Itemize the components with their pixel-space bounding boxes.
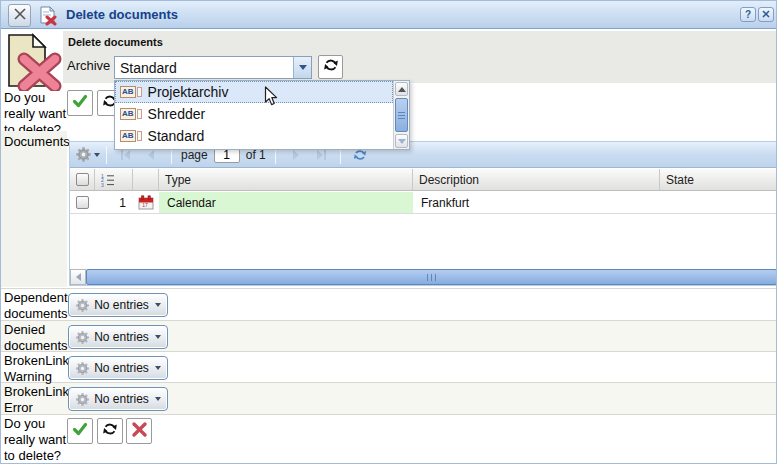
dependent-documents-button[interactable]: No entries (68, 293, 168, 317)
close-icon (762, 9, 770, 20)
archive-label: Archive (67, 58, 110, 73)
gear-icon (75, 298, 90, 313)
archive-dropdown-list: AB Projektarchiv AB Shredder AB Standard (114, 80, 410, 150)
archive-type-icon: AB (120, 108, 142, 120)
section-title: Delete documents (68, 36, 163, 48)
brokenlink-warning-button[interactable]: No entries (68, 356, 168, 380)
documents-grid: page of 1 (69, 141, 777, 286)
denied-documents-button[interactable]: No entries (68, 325, 168, 349)
row-separator (1, 288, 777, 289)
row-checkbox[interactable] (76, 196, 89, 209)
scroll-left-button[interactable] (70, 269, 86, 285)
gear-icon (75, 361, 90, 376)
dependent-documents-label: Dependentdocuments (4, 290, 68, 322)
row-separator (1, 414, 777, 415)
delete-document-icon (38, 6, 58, 30)
delete-documents-big-icon (5, 33, 63, 95)
row-separator (1, 351, 777, 352)
confirm-bottom-no-button[interactable] (126, 418, 152, 444)
svg-text:17: 17 (142, 202, 148, 208)
red-x-icon (131, 421, 148, 442)
titlebar-close-button[interactable] (8, 4, 31, 27)
grid-header-row: 1 2 3 Type Description State (70, 169, 777, 191)
grid-settings-button[interactable] (75, 146, 100, 163)
row-number-cell: 1 (95, 192, 133, 213)
row-icon-cell: 17 (133, 192, 159, 213)
calendar-icon: 17 (138, 195, 154, 210)
row-type-cell: Calendar (159, 192, 413, 213)
chevron-down-icon (155, 335, 161, 339)
chevron-up-icon (398, 87, 406, 92)
chevron-down-icon (155, 397, 161, 401)
row-description-cell: Frankfurt (413, 192, 660, 213)
delete-documents-dialog: Delete documents ? Delete documents Arch… (0, 0, 777, 464)
help-icon: ? (745, 9, 751, 20)
svg-text:3: 3 (101, 181, 104, 187)
state-column-header[interactable]: State (660, 169, 777, 190)
chevron-down-icon (94, 153, 100, 157)
select-all-checkbox[interactable] (76, 173, 89, 186)
scroll-up-button[interactable] (395, 82, 408, 96)
dropdown-scrollbar[interactable] (393, 81, 409, 149)
description-column-header[interactable]: Description (413, 169, 660, 190)
row-state-cell (660, 192, 777, 213)
row-checkbox-cell[interactable] (70, 192, 95, 213)
select-all-header-cell[interactable] (70, 169, 95, 190)
icon-header-cell (133, 169, 159, 190)
chevron-down-icon (155, 366, 161, 370)
horizontal-scrollbar-thumb[interactable] (86, 269, 777, 285)
confirm-top-yes-button[interactable] (67, 90, 93, 116)
chevron-down-icon (155, 303, 161, 307)
row-separator (1, 320, 777, 321)
check-icon (71, 420, 89, 442)
dropdown-scrollbar-thumb[interactable] (395, 98, 408, 132)
type-column-header[interactable]: Type (159, 169, 413, 190)
gear-icon (75, 146, 92, 163)
archive-type-icon: AB (120, 86, 142, 98)
toolbar-separator (106, 146, 107, 164)
chevron-down-icon (299, 65, 307, 70)
rownumber-header-cell: 1 2 3 (95, 169, 133, 190)
gear-icon (75, 330, 90, 345)
dialog-close-button[interactable] (758, 7, 774, 22)
documents-label: Documents (4, 134, 68, 150)
chevron-down-icon (398, 139, 406, 144)
archive-combobox-trigger[interactable] (293, 57, 311, 78)
brokenlink-warning-label: BrokenLinkWarning (4, 353, 68, 385)
numbered-list-icon: 1 2 3 (101, 173, 115, 187)
row-separator (1, 382, 777, 383)
documents-row-bg (1, 131, 67, 287)
grid-horizontal-scrollbar[interactable] (70, 269, 777, 285)
denied-documents-label: Denieddocuments (4, 322, 68, 354)
gear-icon (75, 392, 90, 407)
confirm-bottom-yes-button[interactable] (67, 418, 93, 444)
help-button[interactable]: ? (740, 7, 756, 22)
dropdown-item-standard[interactable]: AB Standard (115, 125, 393, 147)
close-icon (13, 7, 27, 25)
chevron-left-icon (76, 273, 81, 281)
archive-type-icon: AB (120, 130, 142, 142)
dropdown-item-shredder[interactable]: AB Shredder (115, 103, 393, 125)
refresh-icon (101, 420, 119, 442)
check-icon (71, 92, 89, 114)
archive-combobox[interactable]: Standard (114, 56, 312, 79)
brokenlink-error-label: BrokenLinkError (4, 384, 68, 416)
dialog-title: Delete documents (66, 7, 178, 22)
brokenlink-error-button[interactable]: No entries (68, 387, 168, 411)
scroll-down-button[interactable] (395, 134, 408, 148)
refresh-icon (322, 56, 340, 78)
dropdown-item-projektarchiv[interactable]: AB Projektarchiv (115, 81, 393, 103)
archive-combobox-value: Standard (115, 57, 293, 78)
confirm-bottom-label: Do you really want to delete? (4, 416, 68, 464)
archive-refresh-button[interactable] (318, 55, 343, 79)
confirm-bottom-reload-button[interactable] (97, 418, 123, 444)
table-row[interactable]: 1 17 Calendar Frankfurt (70, 192, 777, 214)
